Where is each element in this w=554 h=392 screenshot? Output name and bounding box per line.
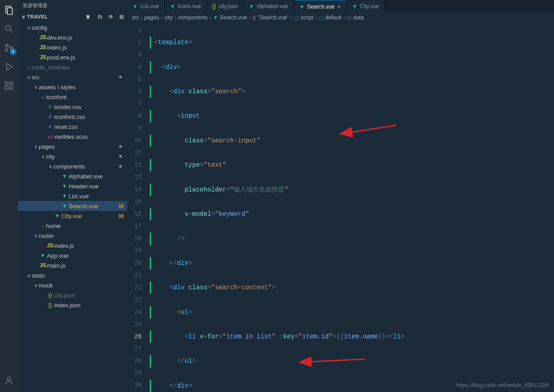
scm-badge: 2 (10, 49, 16, 55)
svg-line-3 (10, 30, 13, 33)
tree-file[interactable]: {}index.json (18, 300, 127, 310)
tree-file[interactable]: #iconfont.css (18, 112, 127, 122)
refresh-icon[interactable]: ⟳ (109, 14, 113, 20)
close-icon[interactable]: × (337, 3, 341, 10)
tree-file[interactable]: JSprod.env.js (18, 52, 127, 62)
explorer-tools: 🗎 🗀 ⟳ ⊟ (86, 14, 124, 20)
svg-rect-11 (10, 87, 13, 89)
code-editor[interactable]: 1234567891011121314151617181920212223242… (127, 23, 554, 392)
tree-file[interactable]: ▼List.vue (18, 191, 127, 201)
activity-bar: 2 (0, 0, 18, 392)
run-debug-icon[interactable] (4, 61, 14, 72)
tree-file[interactable]: ᔕvaribles.scss (18, 132, 127, 141)
svg-rect-8 (5, 82, 8, 85)
svg-point-12 (7, 377, 10, 380)
tree-file[interactable]: JSindex.js (18, 241, 127, 251)
svg-point-4 (5, 44, 8, 46)
explorer-header[interactable]: ∨ TRAVEL 🗎 🗀 ⟳ ⊟ (18, 11, 127, 23)
explorer-icon[interactable] (4, 5, 14, 15)
source-control-icon[interactable]: 2 (4, 42, 14, 53)
new-folder-icon[interactable]: 🗀 (97, 14, 103, 20)
tree-file[interactable]: ▼Header.vue (18, 181, 127, 191)
tree-folder-nodemodules[interactable]: ›node_modules (18, 62, 127, 72)
tree-file[interactable]: JSdev.env.js (18, 32, 127, 42)
svg-rect-10 (5, 87, 8, 89)
tab-search[interactable]: ▼Search.vue× (294, 0, 347, 13)
extensions-icon[interactable] (4, 80, 14, 91)
sidebar-title: 资源管理器 (18, 0, 127, 11)
new-file-icon[interactable]: 🗎 (86, 14, 91, 20)
editor-tabs: ▼List.vue ▼Icons.vue {}city.json ▼Alphab… (127, 0, 554, 13)
svg-marker-7 (7, 64, 13, 70)
tab-alphabet[interactable]: ▼Alphabet.vue (244, 0, 294, 13)
tree-file-search[interactable]: ▼Search.vueM (18, 201, 127, 211)
tab-icons[interactable]: ▼Icons.vue (165, 0, 207, 13)
breadcrumb[interactable]: src› pages› city› components› ▼Search.vu… (127, 13, 554, 23)
tree-file[interactable]: #border.css (18, 102, 127, 112)
tree-folder-pages[interactable]: ∨pages (18, 141, 127, 151)
tree-folder-home[interactable]: ›home (18, 221, 127, 231)
tab-city[interactable]: ▼City.vue (347, 0, 385, 13)
search-icon[interactable] (4, 23, 14, 34)
tree-folder-iconfont[interactable]: ›iconfont (18, 92, 127, 102)
tree-file[interactable]: #reset.css (18, 122, 127, 132)
tree-folder-static[interactable]: ∨static (18, 270, 127, 280)
tree-folder-components[interactable]: ∨components (18, 161, 127, 171)
svg-rect-9 (10, 82, 13, 85)
account-icon[interactable] (4, 375, 14, 386)
svg-rect-1 (7, 8, 12, 14)
tree-file[interactable]: ▼Alphabet.vue (18, 171, 127, 181)
tree-folder-config[interactable]: ∨config (18, 23, 127, 32)
tab-list[interactable]: ▼List.vue (127, 0, 165, 13)
tree-file[interactable]: {}city.json (18, 290, 127, 300)
svg-point-2 (6, 26, 11, 31)
collapse-icon[interactable]: ⊟ (120, 14, 124, 20)
file-tree: ∨config JSdev.env.js JSindex.js JSprod.e… (18, 23, 127, 392)
tree-file[interactable]: JSmain.js (18, 260, 127, 270)
watermark: https://blog.csdn.net/weixin_45811256 (457, 382, 549, 388)
explorer-sidebar: 资源管理器 ∨ TRAVEL 🗎 🗀 ⟳ ⊟ ∨config JSdev.env… (18, 0, 127, 392)
editor: ▼List.vue ▼Icons.vue {}city.json ▼Alphab… (127, 0, 554, 392)
line-gutter: 1234567891011121314151617181920212223242… (127, 23, 150, 392)
svg-point-5 (5, 49, 8, 51)
code-content[interactable]: <template> <div> <div class="search"> <i… (150, 23, 554, 392)
tree-file[interactable]: ▼App.vue (18, 251, 127, 260)
project-name: TRAVEL (27, 14, 48, 19)
tree-folder-src[interactable]: ∨src (18, 72, 127, 82)
tree-file[interactable]: ▼City.vueM (18, 211, 127, 221)
tree-folder-mock[interactable]: ∨mock (18, 280, 127, 290)
tree-folder-assets[interactable]: ∨assets \ styles (18, 82, 127, 92)
tree-file[interactable]: JSindex.js (18, 42, 127, 52)
tree-folder-city[interactable]: ∨city (18, 151, 127, 161)
tree-folder-router[interactable]: ∨router (18, 231, 127, 241)
tab-cityjson[interactable]: {}city.json (207, 0, 244, 13)
svg-line-14 (350, 125, 397, 132)
